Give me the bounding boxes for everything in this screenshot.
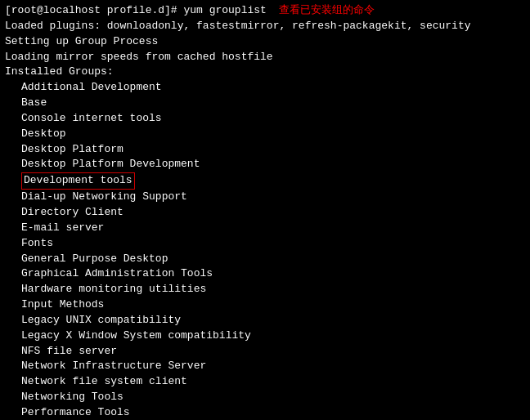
terminal-line: Input Methods bbox=[5, 297, 525, 313]
terminal-line: Base bbox=[5, 96, 525, 111]
terminal-window: [root@localhost profile.d]# yum grouplis… bbox=[0, 0, 530, 420]
terminal-line: Loaded plugins: downloadonly, fastestmir… bbox=[5, 19, 525, 34]
terminal-line: Network file system client bbox=[5, 374, 525, 390]
terminal-line: Desktop Platform Development bbox=[5, 157, 525, 172]
terminal-line: Desktop bbox=[5, 127, 525, 142]
terminal-line: Installed Groups: bbox=[5, 65, 525, 80]
terminal-line: General Purpose Desktop bbox=[5, 252, 525, 267]
terminal-line: Performance Tools bbox=[5, 405, 525, 420]
terminal-line: NFS file server bbox=[5, 344, 525, 360]
terminal-line: Networking Tools bbox=[5, 390, 525, 405]
terminal-line: Development tools bbox=[5, 172, 525, 190]
terminal-line: Console internet tools bbox=[5, 111, 525, 127]
prompt-line: [root@localhost profile.d]# yum grouplis… bbox=[5, 3, 525, 19]
annotation-text: 查看已安装组的命令 bbox=[267, 3, 375, 19]
terminal-line: Graphical Administration Tools bbox=[5, 266, 525, 282]
terminal-line: Loading mirror speeds from cached hostfi… bbox=[5, 50, 525, 65]
prompt-text: [root@localhost profile.d]# bbox=[5, 3, 183, 19]
terminal-line: Setting up Group Process bbox=[5, 34, 525, 50]
terminal-line: E-mail server bbox=[5, 221, 525, 236]
highlighted-group: Development tools bbox=[21, 172, 135, 190]
command-text: yum grouplist bbox=[183, 3, 266, 19]
terminal-line: Fonts bbox=[5, 236, 525, 252]
terminal-line: Additional Development bbox=[5, 80, 525, 96]
terminal-line: Legacy X Window System compatibility bbox=[5, 328, 525, 344]
terminal-line: Legacy UNIX compatibility bbox=[5, 313, 525, 328]
terminal-line: Dial-up Networking Support bbox=[5, 190, 525, 205]
terminal-line: Directory Client bbox=[5, 205, 525, 221]
terminal-line: Hardware monitoring utilities bbox=[5, 282, 525, 297]
output-container: Loaded plugins: downloadonly, fastestmir… bbox=[5, 19, 525, 420]
terminal-line: Network Infrastructure Server bbox=[5, 359, 525, 374]
terminal-line: Desktop Platform bbox=[5, 142, 525, 158]
